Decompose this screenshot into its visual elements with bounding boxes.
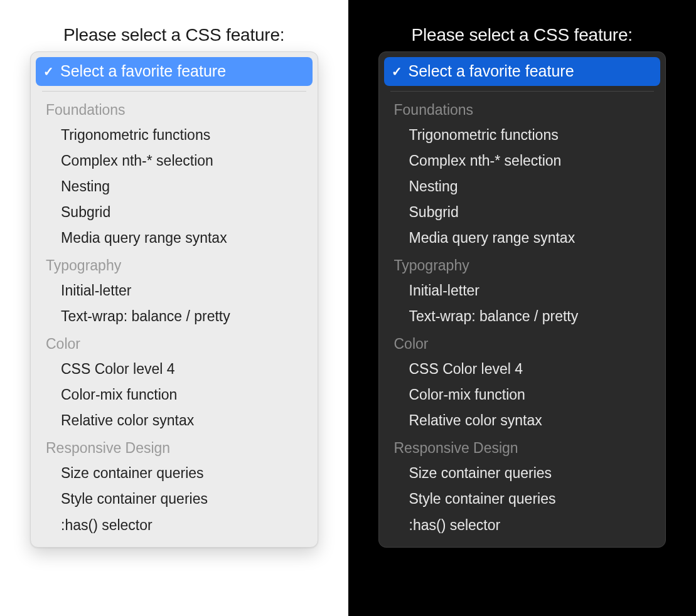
checkmark-icon: ✓ (43, 65, 54, 78)
optgroup-label: Foundations (388, 95, 657, 122)
option-item[interactable]: Color-mix function (40, 382, 309, 408)
option-item[interactable]: :has() selector (388, 512, 657, 538)
optgroup-label: Responsive Design (40, 433, 309, 460)
option-item[interactable]: Media query range syntax (388, 225, 657, 251)
option-item[interactable]: Size container queries (388, 460, 657, 486)
option-item[interactable]: CSS Color level 4 (388, 356, 657, 382)
optgroup-label: Color (388, 329, 657, 356)
option-item[interactable]: Text-wrap: balance / pretty (40, 304, 309, 329)
option-item[interactable]: Complex nth-* selection (40, 148, 309, 174)
option-item[interactable]: :has() selector (40, 512, 309, 538)
select-prompt-label: Please select a CSS feature: (63, 25, 284, 45)
checkmark-icon: ✓ (392, 65, 402, 78)
option-group-list: Foundations Trigonometric functions Comp… (36, 95, 313, 542)
option-item[interactable]: Size container queries (40, 460, 309, 486)
option-item[interactable]: Initial-letter (40, 278, 309, 304)
option-item[interactable]: Initial-letter (388, 278, 657, 304)
option-item[interactable]: Text-wrap: balance / pretty (388, 304, 657, 329)
select-prompt-label: Please select a CSS feature: (412, 25, 633, 45)
light-mode-pane: Please select a CSS feature: ✓ Select a … (0, 0, 348, 616)
option-group-list: Foundations Trigonometric functions Comp… (384, 95, 661, 542)
option-item[interactable]: Complex nth-* selection (388, 148, 657, 174)
select-popup[interactable]: ✓ Select a favorite feature Foundations … (30, 51, 318, 548)
option-item[interactable]: Nesting (388, 174, 657, 199)
optgroup-label: Foundations (40, 95, 309, 122)
option-item[interactable]: Media query range syntax (40, 225, 309, 251)
selected-option-label: Select a favorite feature (409, 61, 574, 82)
select-popup[interactable]: ✓ Select a favorite feature Foundations … (378, 51, 667, 548)
divider (42, 91, 306, 92)
option-item[interactable]: Color-mix function (388, 382, 657, 408)
divider (390, 91, 655, 92)
option-item[interactable]: Subgrid (388, 199, 657, 225)
dark-mode-pane: Please select a CSS feature: ✓ Select a … (348, 0, 697, 616)
option-item[interactable]: Nesting (40, 174, 309, 199)
option-item[interactable]: Style container queries (388, 486, 657, 512)
optgroup-label: Color (40, 329, 309, 356)
optgroup-label: Typography (388, 251, 657, 278)
option-item[interactable]: Subgrid (40, 199, 309, 225)
option-item[interactable]: Trigonometric functions (388, 122, 657, 148)
option-item[interactable]: CSS Color level 4 (40, 356, 309, 382)
selected-option-label: Select a favorite feature (60, 61, 226, 82)
option-item[interactable]: Relative color syntax (388, 408, 657, 433)
optgroup-label: Typography (40, 251, 309, 278)
option-item[interactable]: Trigonometric functions (40, 122, 309, 148)
option-item[interactable]: Relative color syntax (40, 408, 309, 433)
option-item[interactable]: Style container queries (40, 486, 309, 512)
selected-option[interactable]: ✓ Select a favorite feature (384, 57, 661, 86)
selected-option[interactable]: ✓ Select a favorite feature (36, 57, 313, 86)
optgroup-label: Responsive Design (388, 433, 657, 460)
